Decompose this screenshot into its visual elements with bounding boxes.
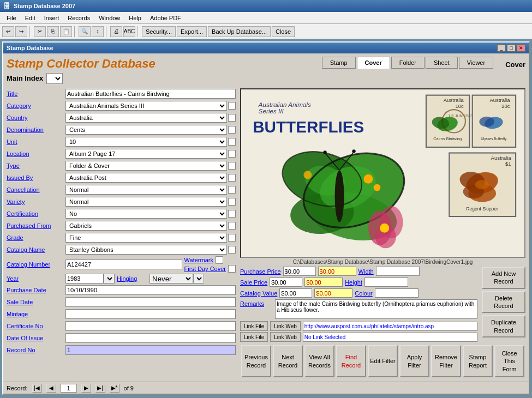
stamp-report-button[interactable]: StampReport bbox=[463, 345, 493, 377]
checkbox-firstdaycover[interactable] bbox=[228, 265, 236, 273]
checkbox-cancellation[interactable] bbox=[228, 186, 236, 194]
menu-edit[interactable]: Edit bbox=[21, 14, 40, 22]
tab-stamp[interactable]: Stamp bbox=[322, 57, 356, 69]
label-issuedby[interactable]: Issued By bbox=[7, 174, 65, 181]
previous-record-button[interactable]: PreviousRecord bbox=[241, 345, 271, 377]
label-cancellation[interactable]: Cancellation bbox=[7, 186, 65, 193]
label-catalogname[interactable]: Catalog Name bbox=[7, 246, 65, 253]
tab-viewer[interactable]: Viewer bbox=[459, 57, 493, 69]
input-certno[interactable] bbox=[65, 321, 236, 331]
toolbar-spellcheck[interactable]: ABC bbox=[123, 26, 135, 37]
checkbox-location[interactable] bbox=[228, 150, 236, 158]
nav-last[interactable]: ▶| bbox=[95, 384, 105, 393]
label-unit[interactable]: Unit bbox=[7, 138, 65, 145]
select-issuedby[interactable]: Australia Post bbox=[65, 173, 227, 183]
label-hinging[interactable]: Hinging bbox=[117, 275, 150, 282]
remove-filter-button[interactable]: RemoveFilter bbox=[431, 345, 461, 377]
label-dateofissue[interactable]: Date Of Issue bbox=[7, 335, 65, 341]
input-remarks[interactable]: Image of the male Cairns Birdwing butter… bbox=[275, 299, 477, 319]
label-category[interactable]: Category bbox=[7, 102, 65, 109]
label-remarks[interactable]: Remarks bbox=[240, 299, 273, 307]
label-purchasedfrom[interactable]: Purchased From bbox=[7, 222, 65, 229]
menu-adobepdf[interactable]: Adobe PDF bbox=[146, 14, 186, 22]
nav-next[interactable]: ▶ bbox=[81, 384, 91, 393]
select-catalogname[interactable]: Stanley Gibbons bbox=[65, 245, 227, 255]
input-purchasedate[interactable] bbox=[65, 285, 236, 295]
nav-prev[interactable]: ◀ bbox=[46, 384, 56, 393]
select-unit[interactable]: 10 bbox=[65, 137, 227, 147]
input-saledate[interactable] bbox=[65, 297, 236, 307]
toolbar-sort[interactable]: ↕ bbox=[92, 26, 104, 37]
checkbox-issuedby[interactable] bbox=[228, 174, 236, 182]
linkweb-btn-2[interactable]: Link Web bbox=[270, 332, 301, 342]
record-current-input[interactable] bbox=[61, 384, 77, 393]
toolbar-copy[interactable]: ⎘ bbox=[47, 26, 59, 37]
input-catalogvalue[interactable] bbox=[279, 288, 312, 298]
label-saleprice[interactable]: Sale Price bbox=[240, 279, 267, 286]
add-new-record-button[interactable]: Add NewRecord bbox=[482, 267, 525, 289]
checkbox-certification[interactable] bbox=[228, 210, 236, 218]
checkbox-watermark[interactable] bbox=[216, 256, 223, 264]
next-record-button[interactable]: NextRecord bbox=[273, 345, 303, 377]
checkbox-type[interactable] bbox=[228, 162, 236, 170]
input-height[interactable] bbox=[364, 278, 408, 287]
input-title[interactable] bbox=[65, 89, 236, 99]
watermark-link[interactable]: Watermark bbox=[184, 257, 213, 263]
input-catalogvalue-yellow[interactable] bbox=[314, 288, 352, 298]
toolbar-paste[interactable]: 📋 bbox=[60, 26, 72, 37]
select-variety[interactable]: Normal bbox=[65, 197, 227, 207]
tab-folder[interactable]: Folder bbox=[391, 57, 425, 69]
label-catalogvalue[interactable]: Catalog Value bbox=[240, 290, 277, 297]
checkbox-denomination[interactable] bbox=[228, 126, 236, 134]
label-type[interactable]: Type bbox=[7, 162, 65, 169]
toolbar-undo[interactable]: ↩ bbox=[2, 26, 14, 37]
label-mintage[interactable]: Mintage bbox=[7, 311, 65, 317]
label-location[interactable]: Location bbox=[7, 150, 65, 157]
select-grade[interactable]: Fine bbox=[65, 233, 227, 243]
select-type[interactable]: Folder & Cover bbox=[65, 161, 227, 171]
toolbar-close[interactable]: Close bbox=[272, 26, 295, 37]
checkbox-category[interactable] bbox=[228, 102, 236, 110]
checkbox-purchasedfrom[interactable] bbox=[228, 222, 236, 230]
select-category[interactable]: Australian Animals Series III bbox=[65, 101, 227, 111]
input-mintage[interactable] bbox=[65, 309, 236, 319]
toolbar-redo[interactable]: ↪ bbox=[15, 26, 27, 37]
input-saleprice-yellow[interactable] bbox=[304, 278, 343, 287]
menu-help[interactable]: Help bbox=[124, 14, 146, 22]
input-year[interactable] bbox=[65, 274, 104, 284]
input-width[interactable] bbox=[376, 267, 420, 276]
linkfile-btn-1[interactable]: Link File bbox=[240, 321, 268, 331]
menu-window[interactable]: Window bbox=[94, 14, 124, 22]
minimize-button[interactable]: _ bbox=[497, 44, 506, 52]
nav-new[interactable]: ▶* bbox=[110, 384, 119, 393]
label-recordno[interactable]: Record No bbox=[7, 347, 65, 353]
link-url-2[interactable] bbox=[303, 333, 477, 342]
toolbar-find[interactable]: 🔍 bbox=[79, 26, 91, 37]
checkbox-variety[interactable] bbox=[228, 198, 236, 206]
label-country[interactable]: Country bbox=[7, 114, 65, 121]
link-url-1[interactable] bbox=[303, 322, 477, 331]
input-saleprice[interactable] bbox=[270, 278, 302, 287]
select-denomination[interactable]: Cents bbox=[65, 125, 227, 135]
input-purchaseprice[interactable] bbox=[283, 267, 316, 276]
label-catalognumber[interactable]: Catalog Number bbox=[7, 261, 65, 268]
checkbox-grade[interactable] bbox=[228, 234, 236, 242]
main-index-select[interactable]: ▼ bbox=[46, 73, 63, 84]
close-window-button[interactable]: ✕ bbox=[517, 44, 525, 52]
select-cancellation[interactable]: Normal bbox=[65, 185, 227, 195]
select-location[interactable]: Album 2 Page 17 bbox=[65, 149, 227, 159]
select-hinging[interactable]: Never bbox=[150, 274, 193, 284]
input-recordno[interactable] bbox=[65, 345, 236, 355]
label-grade[interactable]: Grade bbox=[7, 234, 65, 241]
toolbar-export[interactable]: Export... bbox=[177, 26, 207, 37]
select-hinging2[interactable]: ▼ bbox=[193, 274, 204, 284]
label-certification[interactable]: Certification bbox=[7, 210, 65, 217]
tab-cover[interactable]: Cover bbox=[357, 57, 390, 69]
checkbox-unit[interactable] bbox=[228, 138, 236, 146]
label-title[interactable]: Title bbox=[7, 91, 65, 97]
maximize-button[interactable]: □ bbox=[507, 44, 516, 52]
duplicate-record-button[interactable]: DuplicateRecord bbox=[482, 315, 525, 337]
tab-sheet[interactable]: Sheet bbox=[426, 57, 458, 69]
find-record-button[interactable]: FindRecord bbox=[336, 345, 366, 377]
close-form-button[interactable]: Close ThisForm bbox=[494, 345, 524, 377]
